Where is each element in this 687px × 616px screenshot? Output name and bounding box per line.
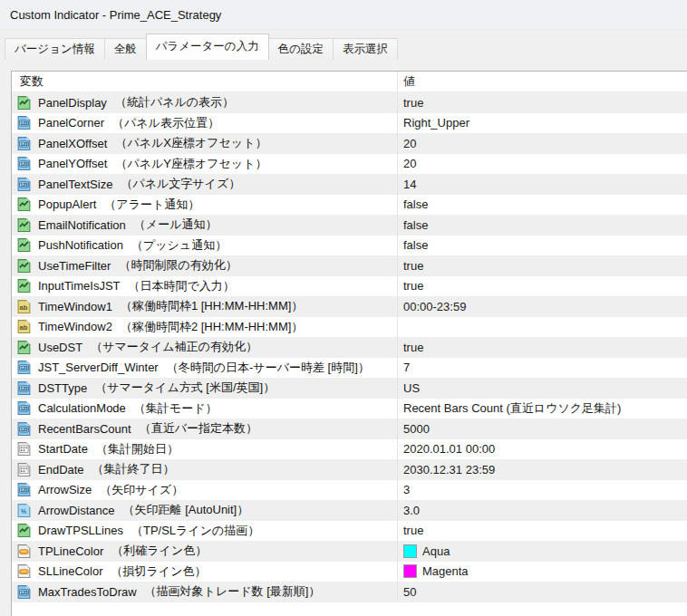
svg-text:ab: ab (20, 323, 28, 332)
tab-colors[interactable]: 色の設定 (268, 38, 334, 60)
param-description: （パネルY座標オフセット） (115, 156, 266, 172)
param-variable-cell: 123MaxTradesToDraw（描画対象トレード数 [最新順]） (12, 582, 397, 602)
table-row[interactable]: UseTimeFilter（時間制限の有効化）true (12, 255, 687, 276)
param-value[interactable]: false (397, 236, 687, 256)
param-value[interactable]: Recent Bars Count (直近ロウソク足集計) (397, 399, 687, 419)
svg-text:123: 123 (20, 142, 27, 147)
param-value[interactable]: true (397, 337, 687, 358)
table-row[interactable]: UseDST（サマータイム補正の有効化）true (12, 337, 687, 358)
param-value[interactable]: Right_Upper (397, 113, 687, 134)
table-row[interactable]: StartDate（集計開始日）2020.01.01 00:00 (12, 439, 687, 460)
tab-display[interactable]: 表示選択 (333, 38, 398, 60)
param-variable-cell: UseTimeFilter（時間制限の有効化） (12, 255, 397, 276)
table-row[interactable]: 123JST_ServerDiff_Winter（冬時間の日本-サーバー時差 [… (12, 358, 687, 379)
table-row[interactable]: 123PanelCorner（パネル表示位置）Right_Upper (12, 113, 687, 134)
param-value-text: false (403, 218, 428, 232)
param-name: UseTimeFilter (38, 259, 111, 273)
param-description: （パネル文字サイズ） (121, 176, 240, 192)
svg-text:ab: ab (20, 303, 28, 312)
param-value[interactable]: false (397, 195, 687, 216)
table-row[interactable]: TPLineColor（利確ライン色）Aqua (12, 541, 687, 562)
window-title: Custom Indicator - Prime_ACE_Strategy (10, 8, 221, 22)
param-name: PanelXOffset (38, 137, 107, 150)
table-row[interactable]: abTimeWindow1（稼働時間枠1 [HH:MM-HH:MM]）00:00… (12, 296, 687, 317)
param-value-text: 20 (403, 137, 416, 150)
param-value[interactable]: 5000 (397, 419, 687, 439)
integer-param-icon: 123 (16, 584, 32, 600)
param-variable-cell: 123DSTType（サマータイム方式 [米国/英国]） (12, 378, 397, 399)
param-value[interactable]: true (397, 255, 687, 276)
table-row[interactable]: 123CalculationMode（集計モード）Recent Bars Cou… (12, 399, 687, 419)
param-value[interactable]: false (397, 215, 687, 236)
param-description: （集計終了日） (92, 461, 175, 477)
param-value[interactable]: 20 (397, 154, 687, 175)
param-value[interactable]: 00:00-23:59 (397, 296, 687, 317)
param-value[interactable]: 2030.12.31 23:59 (397, 459, 687, 480)
table-row[interactable]: 123ArrowSize（矢印サイズ）3 (12, 480, 687, 501)
table-row[interactable]: PanelDisplay（統計パネルの表示）true (12, 92, 687, 113)
table-row[interactable]: 123PanelXOffset（パネルX座標オフセット）20 (12, 133, 687, 154)
param-value[interactable]: 14 (397, 174, 687, 195)
table-row[interactable]: InputTimeIsJST（日本時間で入力）true (12, 276, 687, 297)
param-variable-cell: 123RecentBarsCount（直近バー指定本数） (12, 419, 397, 439)
param-variable-cell: 123PanelYOffset（パネルY座標オフセット） (12, 154, 397, 175)
param-value-text: US (403, 381, 420, 395)
svg-text:123: 123 (20, 488, 27, 493)
param-value-text: 3 (403, 483, 410, 496)
table-row[interactable]: 123PanelYOffset（パネルY座標オフセット）20 (12, 154, 687, 175)
param-name: ArrowDistance (38, 504, 115, 517)
tab-parameters[interactable]: パラメーターの入力 (146, 34, 269, 60)
table-row[interactable]: DrawTPSLLines（TP/SLラインの描画）true (12, 521, 687, 542)
tab-common[interactable]: 全般 (104, 38, 147, 60)
color-swatch (403, 544, 417, 558)
param-value[interactable]: true (397, 276, 687, 297)
param-name: PushNotification (38, 238, 123, 252)
table-row[interactable]: 123PanelTextSize（パネル文字サイズ）14 (12, 174, 687, 195)
param-value-text: false (403, 238, 428, 252)
table-row[interactable]: EmailNotification（メール通知）false (12, 215, 687, 236)
svg-text:123: 123 (20, 428, 27, 432)
param-value[interactable]: true (397, 92, 687, 113)
table-row[interactable]: 123DSTType（サマータイム方式 [米国/英国]）US (12, 378, 687, 399)
param-description: （描画対象トレード数 [最新順]） (145, 583, 321, 600)
table-row[interactable]: ½ArrowDistance（矢印距離 [AutoUnit]）3.0 (12, 500, 687, 521)
param-variable-cell: TPLineColor（利確ライン色） (12, 541, 397, 562)
param-value[interactable]: 20 (397, 133, 687, 154)
param-description: （集計開始日） (96, 441, 179, 457)
param-description: （日本時間で入力） (129, 278, 235, 294)
param-value-text: 5000 (403, 422, 430, 436)
integer-param-icon: 123 (16, 136, 32, 151)
param-value[interactable]: Aqua (397, 541, 687, 562)
boolean-param-icon (16, 95, 32, 111)
table-row[interactable]: EndDate（集計終了日）2030.12.31 23:59 (12, 459, 687, 480)
param-value[interactable]: 7 (397, 358, 687, 379)
table-row[interactable]: 123MaxTradesToDraw（描画対象トレード数 [最新順]）50 (12, 582, 687, 602)
boolean-param-icon (16, 258, 32, 274)
tab-strip: バージョン情報全般パラメーターの入力色の設定表示選択 (5, 34, 397, 60)
param-value[interactable]: 50 (397, 582, 687, 602)
param-value[interactable]: Magenta (397, 562, 687, 582)
svg-text:123: 123 (20, 366, 27, 371)
integer-param-icon: 123 (16, 360, 32, 375)
table-row[interactable]: SLLineColor（損切ライン色）Magenta (12, 562, 687, 582)
param-value[interactable]: 2020.01.01 00:00 (397, 439, 687, 460)
param-name: DrawTPSLLines (38, 524, 123, 537)
param-value[interactable]: 3.0 (397, 500, 687, 521)
table-row[interactable]: PopupAlert（アラート通知）false (12, 195, 687, 216)
param-value[interactable] (397, 317, 687, 338)
tab-version[interactable]: バージョン情報 (5, 38, 105, 60)
param-value-text: 20 (403, 157, 416, 170)
param-value-text: 3.0 (403, 504, 420, 517)
param-value[interactable]: US (397, 378, 687, 399)
table-row[interactable]: PushNotification（プッシュ通知）false (12, 236, 687, 256)
param-value-text: 50 (403, 585, 416, 599)
param-variable-cell: PopupAlert（アラート通知） (12, 195, 397, 216)
param-variable-cell: PanelDisplay（統計パネルの表示） (12, 92, 397, 113)
column-header-value: 値 (397, 72, 687, 91)
svg-text:123: 123 (20, 387, 27, 391)
table-row[interactable]: abTimeWindow2（稼働時間枠2 [HH:MM-HH:MM]） (12, 317, 687, 338)
boolean-param-icon (16, 217, 32, 233)
param-value[interactable]: true (397, 521, 687, 542)
table-row[interactable]: 123RecentBarsCount（直近バー指定本数）5000 (12, 419, 687, 439)
param-value[interactable]: 3 (397, 480, 687, 501)
